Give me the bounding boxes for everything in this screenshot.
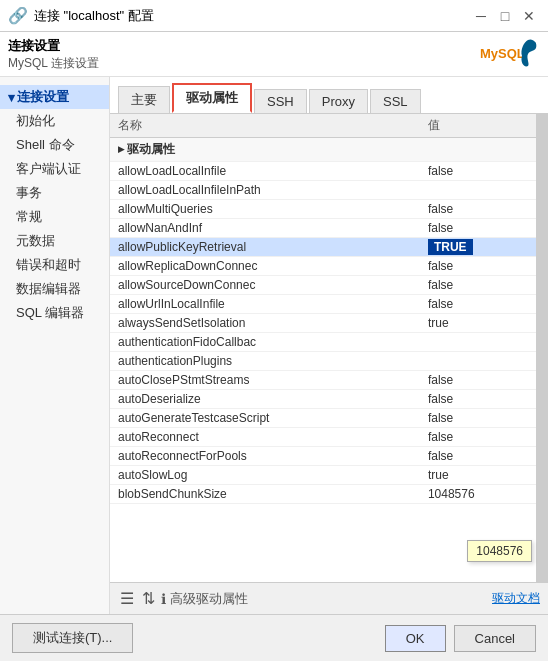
title-bar: 🔗 连接 "localhost" 配置 ─ □ ✕ bbox=[0, 0, 548, 32]
table-row[interactable]: allowLoadLocalInfilefalse bbox=[110, 162, 536, 181]
svg-point-1 bbox=[532, 42, 536, 46]
prop-name: authenticationPlugins bbox=[110, 352, 420, 371]
advanced-driver-props-label: 高级驱动属性 bbox=[170, 590, 248, 608]
tab-driver-props[interactable]: 驱动属性 bbox=[172, 83, 252, 113]
table-row[interactable]: allowPublicKeyRetrievalTRUE bbox=[110, 238, 536, 257]
prop-value[interactable]: 1048576 bbox=[420, 485, 536, 504]
prop-value[interactable] bbox=[420, 352, 536, 371]
content-area: 主要 驱动属性 SSH Proxy SSL 名称 值 ▸ 驱动属性allowLo… bbox=[110, 77, 548, 614]
prop-value[interactable] bbox=[420, 181, 536, 200]
prop-name: autoReconnect bbox=[110, 428, 420, 447]
prop-name: authenticationFidoCallbac bbox=[110, 333, 420, 352]
footer: 测试连接(T)... OK Cancel bbox=[0, 614, 548, 661]
sidebar: ▾ 连接设置 初始化 Shell 命令 客户端认证 事务 常规 元数据 错误和超… bbox=[0, 77, 110, 614]
sidebar-item-init[interactable]: 初始化 bbox=[0, 109, 109, 133]
table-row[interactable]: allowSourceDownConnecfalse bbox=[110, 276, 536, 295]
prop-value[interactable]: false bbox=[420, 447, 536, 466]
table-row[interactable]: autoClosePStmtStreamsfalse bbox=[110, 371, 536, 390]
svg-text:MySQL: MySQL bbox=[480, 46, 525, 61]
table-row[interactable]: authenticationPlugins bbox=[110, 352, 536, 371]
prop-name: allowNanAndInf bbox=[110, 219, 420, 238]
prop-value[interactable]: TRUE bbox=[420, 238, 536, 257]
table-row[interactable]: autoGenerateTestcaseScriptfalse bbox=[110, 409, 536, 428]
title-bar-left: 🔗 连接 "localhost" 配置 bbox=[8, 6, 154, 25]
prop-value[interactable]: true bbox=[420, 466, 536, 485]
prop-name: allowLoadLocalInfile bbox=[110, 162, 420, 181]
footer-right: OK Cancel bbox=[385, 625, 536, 652]
title-bar-controls: ─ □ ✕ bbox=[470, 5, 540, 27]
tooltip-box: 1048576 bbox=[467, 540, 532, 562]
sidebar-item-client-auth[interactable]: 客户端认证 bbox=[0, 157, 109, 181]
prop-name: allowPublicKeyRetrieval bbox=[110, 238, 420, 257]
prop-value[interactable]: false bbox=[420, 409, 536, 428]
table-row[interactable]: allowMultiQueriesfalse bbox=[110, 200, 536, 219]
driver-doc-link[interactable]: 驱动文档 bbox=[492, 590, 540, 607]
prop-name: allowReplicaDownConnec bbox=[110, 257, 420, 276]
sidebar-item-sql-editor[interactable]: SQL 编辑器 bbox=[0, 301, 109, 325]
col-name-header: 名称 bbox=[110, 114, 420, 138]
prop-value[interactable]: false bbox=[420, 390, 536, 409]
table-row[interactable]: allowLoadLocalInfileInPath bbox=[110, 181, 536, 200]
sidebar-item-errors[interactable]: 错误和超时 bbox=[0, 253, 109, 277]
tab-proxy[interactable]: Proxy bbox=[309, 89, 368, 113]
prop-value[interactable]: false bbox=[420, 371, 536, 390]
table-row[interactable]: blobSendChunkSize1048576 bbox=[110, 485, 536, 504]
prop-name: autoGenerateTestcaseScript bbox=[110, 409, 420, 428]
ok-button[interactable]: OK bbox=[385, 625, 446, 652]
mysql-logo: MySQL bbox=[480, 36, 540, 72]
table-section-header: ▸ 驱动属性 bbox=[110, 138, 536, 162]
properties-table: 名称 值 ▸ 驱动属性allowLoadLocalInfilefalseallo… bbox=[110, 114, 536, 504]
tabs: 主要 驱动属性 SSH Proxy SSL bbox=[118, 83, 540, 113]
prop-value[interactable]: false bbox=[420, 257, 536, 276]
sort-button[interactable]: ⇅ bbox=[140, 587, 157, 610]
prop-value[interactable]: false bbox=[420, 200, 536, 219]
prop-name: allowUrlInLocalInfile bbox=[110, 295, 420, 314]
table-row[interactable]: autoReconnectForPoolsfalse bbox=[110, 447, 536, 466]
tab-main[interactable]: 主要 bbox=[118, 86, 170, 113]
sidebar-item-data-editor[interactable]: 数据编辑器 bbox=[0, 277, 109, 301]
prop-name: alwaysSendSetIsolation bbox=[110, 314, 420, 333]
sidebar-item-metadata[interactable]: 元数据 bbox=[0, 229, 109, 253]
prop-value[interactable] bbox=[420, 333, 536, 352]
cancel-button[interactable]: Cancel bbox=[454, 625, 536, 652]
prop-name: allowMultiQueries bbox=[110, 200, 420, 219]
main-area: ▾ 连接设置 初始化 Shell 命令 客户端认证 事务 常规 元数据 错误和超… bbox=[0, 77, 548, 614]
prop-value[interactable]: false bbox=[420, 219, 536, 238]
table-row[interactable]: allowReplicaDownConnecfalse bbox=[110, 257, 536, 276]
table-row[interactable]: allowUrlInLocalInfilefalse bbox=[110, 295, 536, 314]
tab-ssl[interactable]: SSL bbox=[370, 89, 421, 113]
prop-name: autoReconnectForPools bbox=[110, 447, 420, 466]
prop-name: allowSourceDownConnec bbox=[110, 276, 420, 295]
table-row[interactable]: autoReconnectfalse bbox=[110, 428, 536, 447]
table-row[interactable]: allowNanAndInffalse bbox=[110, 219, 536, 238]
table-row[interactable]: autoDeserializefalse bbox=[110, 390, 536, 409]
prop-name: autoDeserialize bbox=[110, 390, 420, 409]
table-row[interactable]: autoSlowLogtrue bbox=[110, 466, 536, 485]
close-button[interactable]: ✕ bbox=[518, 5, 540, 27]
sidebar-item-transactions[interactable]: 事务 bbox=[0, 181, 109, 205]
table-header-row: 名称 值 bbox=[110, 114, 536, 138]
sidebar-item-shell[interactable]: Shell 命令 bbox=[0, 133, 109, 157]
tabs-section: 主要 驱动属性 SSH Proxy SSL bbox=[110, 77, 548, 114]
sidebar-item-general[interactable]: 常规 bbox=[0, 205, 109, 229]
test-connection-button[interactable]: 测试连接(T)... bbox=[12, 623, 133, 653]
prop-value[interactable]: true bbox=[420, 314, 536, 333]
tab-ssh[interactable]: SSH bbox=[254, 89, 307, 113]
sidebar-item-connection-settings[interactable]: ▾ 连接设置 bbox=[0, 85, 109, 109]
prop-value[interactable]: false bbox=[420, 162, 536, 181]
minimize-button[interactable]: ─ bbox=[470, 5, 492, 27]
prop-value[interactable]: false bbox=[420, 295, 536, 314]
chevron-down-icon: ▾ bbox=[8, 90, 15, 105]
table-row[interactable]: alwaysSendSetIsolationtrue bbox=[110, 314, 536, 333]
maximize-button[interactable]: □ bbox=[494, 5, 516, 27]
col-value-header: 值 bbox=[420, 114, 536, 138]
window-icon: 🔗 bbox=[8, 6, 28, 25]
prop-name: autoClosePStmtStreams bbox=[110, 371, 420, 390]
info-icon: ℹ bbox=[161, 591, 166, 607]
filter-button[interactable]: ☰ bbox=[118, 587, 136, 610]
prop-value[interactable]: false bbox=[420, 276, 536, 295]
table-row[interactable]: authenticationFidoCallbac bbox=[110, 333, 536, 352]
prop-name: allowLoadLocalInfileInPath bbox=[110, 181, 420, 200]
properties-table-area: 名称 值 ▸ 驱动属性allowLoadLocalInfilefalseallo… bbox=[110, 114, 548, 582]
prop-value[interactable]: false bbox=[420, 428, 536, 447]
